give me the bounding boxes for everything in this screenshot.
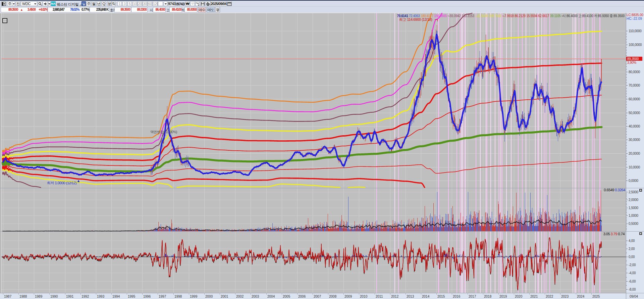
svg-text:2011: 2011 (376, 295, 383, 298)
svg-text:2020: 2020 (515, 295, 523, 298)
svg-text:1988: 1988 (19, 295, 27, 298)
svg-text:2019: 2019 (499, 295, 507, 298)
svg-text:40,0000: 40,0000 (629, 124, 640, 128)
svg-text:2007: 2007 (314, 295, 321, 298)
svg-text:2006: 2006 (298, 295, 306, 298)
svg-text:70.6141 72.4063 180.4177 156.8: 70.6141 72.4063 180.4177 156.8665 ▫-55.0… (397, 14, 625, 18)
svg-text:1987: 1987 (4, 295, 12, 298)
svg-text:2008: 2008 (329, 295, 337, 298)
svg-text:1989: 1989 (35, 295, 43, 298)
svg-text:2023: 2023 (561, 295, 569, 298)
svg-text:1990: 1990 (50, 295, 58, 298)
svg-text:액면병합(-10.00%): 액면병합(-10.00%) (150, 130, 177, 134)
svg-text:-6,00: -6,00 (629, 280, 636, 283)
svg-text:2004: 2004 (267, 295, 275, 298)
svg-text:2,5000: 2,5000 (629, 190, 639, 194)
svg-text:2001: 2001 (221, 295, 228, 298)
svg-text:1995: 1995 (128, 295, 136, 298)
svg-text:최저 1.0000 (12/12): 최저 1.0000 (12/12) (47, 181, 76, 185)
svg-text:89,3500: 89,3500 (627, 57, 639, 61)
svg-text:20,0000: 20,0000 (629, 152, 640, 155)
svg-text:2000: 2000 (205, 295, 213, 298)
svg-text:50,0000: 50,0000 (629, 111, 640, 115)
svg-text:60,0000: 60,0000 (629, 97, 640, 101)
svg-text:2021: 2021 (530, 295, 538, 298)
svg-text:1998: 1998 (174, 295, 182, 298)
svg-text:1996: 1996 (143, 295, 151, 298)
svg-text:1,5000: 1,5000 (629, 206, 639, 210)
svg-text:0,0000: 0,0000 (629, 179, 639, 183)
svg-text:2018: 2018 (484, 295, 492, 298)
svg-text:0.3264: 0.3264 (615, 188, 625, 192)
svg-text:2015: 2015 (437, 295, 445, 298)
svg-text:1991: 1991 (66, 295, 74, 298)
svg-text:최고 114.6900 (12/18): 최고 114.6900 (12/18) (399, 17, 432, 21)
svg-text:2025: 2025 (592, 295, 600, 298)
svg-text:3.05 3.79 0.74: 3.05 3.79 0.74 (603, 232, 625, 236)
svg-text:70,0000: 70,0000 (629, 84, 640, 87)
svg-text:0.6549: 0.6549 (604, 188, 614, 192)
svg-text:09/04: 09/04 (630, 295, 638, 298)
svg-text:2012: 2012 (391, 295, 399, 298)
svg-text:1992: 1992 (82, 295, 89, 298)
svg-text:1997: 1997 (159, 295, 166, 298)
svg-text:80,0000: 80,0000 (629, 70, 640, 74)
svg-text:2003: 2003 (252, 295, 259, 298)
svg-text:2014: 2014 (422, 295, 430, 298)
svg-text:2024: 2024 (577, 295, 585, 298)
svg-text:30,0000: 30,0000 (629, 138, 640, 142)
svg-text:-2,00: -2,00 (629, 263, 636, 267)
svg-text:2009: 2009 (344, 295, 352, 298)
svg-text:1,0000: 1,0000 (629, 214, 639, 217)
svg-text:1994: 1994 (112, 295, 120, 298)
svg-text:1999: 1999 (190, 295, 198, 298)
svg-text:110,0000: 110,0000 (629, 29, 642, 33)
svg-text:2,0000: 2,0000 (629, 198, 639, 202)
svg-text:0,00: 0,00 (629, 255, 635, 259)
svg-text:-4,00: -4,00 (629, 271, 636, 275)
svg-text:100,0000: 100,0000 (629, 43, 642, 47)
svg-text:-8,00: -8,00 (629, 288, 636, 291)
svg-text:2002: 2002 (236, 295, 244, 298)
svg-text:2,00: 2,00 (629, 247, 635, 251)
svg-text:3,90%: 3,90% (627, 61, 636, 64)
svg-text:4,00: 4,00 (629, 239, 635, 243)
svg-text:2017: 2017 (469, 295, 476, 298)
svg-text:0,5000: 0,5000 (629, 222, 639, 226)
svg-text:2010: 2010 (360, 295, 368, 298)
svg-text:HC:-22.09: HC:-22.09 (627, 16, 642, 20)
svg-text:2005: 2005 (283, 295, 290, 298)
svg-text:2016: 2016 (453, 295, 461, 298)
svg-text:2013: 2013 (407, 295, 414, 298)
svg-text:1993: 1993 (97, 295, 105, 298)
svg-text:2022: 2022 (546, 295, 553, 298)
svg-text:10,0000: 10,0000 (629, 165, 640, 169)
